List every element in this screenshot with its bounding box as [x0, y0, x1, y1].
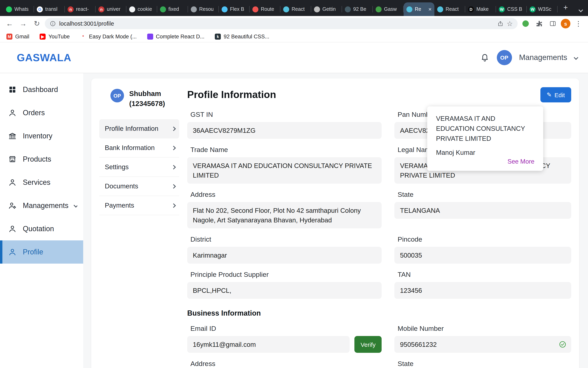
- bookmark-item[interactable]: k 92 Beautiful CSS...: [215, 34, 269, 40]
- back-button[interactable]: ←: [4, 18, 15, 29]
- browser-tab[interactable]: Re ×: [404, 2, 434, 16]
- browser-tab[interactable]: G transl ×: [34, 2, 65, 16]
- extensions-puzzle-icon[interactable]: [533, 18, 545, 29]
- browser-tab[interactable]: Whats ×: [3, 2, 34, 16]
- bookmark-star-icon[interactable]: ☆: [507, 19, 513, 28]
- address-bar[interactable]: localhost:3001/profile ☆: [45, 18, 518, 29]
- field-cell: Address kadimi nursing home, chandanagar…: [187, 360, 382, 368]
- tab-favicon-icon: [222, 6, 228, 12]
- site-info-icon[interactable]: [50, 20, 56, 27]
- web-page: GASWALA OP Managements Dashboard Orders: [0, 42, 588, 368]
- browser-tab[interactable]: fixed ×: [157, 2, 188, 16]
- browser-menu-icon[interactable]: ⋮: [573, 18, 584, 29]
- account-chevron-down-icon[interactable]: [574, 55, 579, 60]
- browser-tab[interactable]: W W3Sc ×: [527, 2, 558, 16]
- bookmark-favicon-icon: k: [215, 34, 221, 40]
- edit-button[interactable]: ✎ Edit: [540, 87, 571, 102]
- field-value: BPCL,HPCL,: [187, 282, 382, 299]
- profile-nav-item[interactable]: Payments: [99, 196, 179, 215]
- profile-nav-item[interactable]: Profile Information: [99, 119, 179, 138]
- tab-favicon-icon: W: [499, 6, 505, 12]
- profile-nav-label: Documents: [105, 182, 138, 190]
- brand-logo[interactable]: GASWALA: [17, 51, 71, 64]
- extension-icon[interactable]: [520, 18, 531, 29]
- field-value: 36AAECV8279M1ZG: [187, 122, 382, 139]
- bookmark-item[interactable]: * Easy Dark Mode (...: [80, 34, 137, 40]
- sidebar-item-managements[interactable]: Managements: [0, 194, 83, 217]
- browser-tab[interactable]: Gasw ×: [373, 2, 404, 16]
- profile-nav: OP Shubham(12345678) Profile Information: [99, 89, 179, 215]
- verified-check-icon: [559, 340, 566, 348]
- browser-tab[interactable]: Gettin ×: [311, 2, 342, 16]
- bookmark-item[interactable]: Complete React D...: [147, 34, 204, 40]
- popup-person-name: Manoj Kumar: [436, 149, 534, 156]
- field-value: TELANGANA: [395, 202, 571, 219]
- forward-button[interactable]: →: [18, 18, 29, 29]
- sidebar-label: Dashboard: [23, 85, 58, 94]
- sidebar-item-quotation[interactable]: Quotation: [0, 217, 83, 240]
- browser-tab[interactable]: React ×: [434, 2, 465, 16]
- tab-title: Re: [415, 6, 425, 12]
- sidebar-item-orders[interactable]: Orders: [0, 101, 83, 124]
- verify-button[interactable]: Verify: [355, 336, 382, 353]
- tab-strip-controls: +: [558, 0, 572, 16]
- new-tab-button[interactable]: +: [560, 2, 571, 13]
- browser-tab[interactable]: React ×: [280, 2, 311, 16]
- profile-nav-list: Profile Information Bank Information Set…: [99, 119, 179, 215]
- tab-title: Gasw: [384, 6, 401, 12]
- tab-favicon-icon: [314, 6, 320, 12]
- screen: Whats × G transl × n react- × n univer ×: [0, 0, 588, 368]
- storefront-icon: [8, 155, 17, 164]
- bookmark-favicon-icon: [147, 34, 153, 40]
- browser-tab[interactable]: Flex B ×: [219, 2, 250, 16]
- browser-tab[interactable]: n react- ×: [65, 2, 96, 16]
- sidebar-item-products[interactable]: Products: [0, 147, 83, 171]
- tab-search-chevron-icon[interactable]: [579, 6, 582, 13]
- browser-tab[interactable]: cookie ×: [126, 2, 157, 16]
- email-field: 16ymk11@gmail.com: [187, 336, 350, 353]
- dashboard-grid-icon: [8, 85, 17, 94]
- field-row: Address Flat No 202, Second Floor, Plot …: [187, 191, 571, 228]
- see-more-link[interactable]: See More: [436, 158, 534, 165]
- profile-nav-item[interactable]: Bank Information: [99, 138, 179, 158]
- sidebar-item-inventory[interactable]: Inventory: [0, 124, 83, 147]
- sidebar-item-services[interactable]: Services: [0, 171, 83, 194]
- tab-favicon-icon: [252, 6, 258, 12]
- tab-favicon-icon: [376, 6, 382, 12]
- bookmark-label: Gmail: [15, 34, 29, 40]
- notifications-bell-icon[interactable]: [480, 53, 489, 62]
- browser-tab[interactable]: n univer ×: [96, 2, 126, 16]
- browser-tab[interactable]: W CSS B ×: [496, 2, 527, 16]
- tab-title: univer: [107, 6, 124, 12]
- sidebar-item-profile[interactable]: Profile: [0, 240, 83, 264]
- browser-tab[interactable]: Route ×: [250, 2, 280, 16]
- browser-profile-avatar[interactable]: s: [561, 19, 570, 28]
- sidebar-label: Services: [23, 178, 50, 187]
- account-avatar[interactable]: OP: [496, 50, 512, 65]
- reload-button[interactable]: ↻: [31, 18, 42, 29]
- browser-tab[interactable]: 92 Be ×: [342, 2, 373, 16]
- browser-tab[interactable]: D Make ×: [465, 2, 496, 16]
- bookmark-item[interactable]: M Gmail: [6, 34, 29, 40]
- tab-close-icon[interactable]: ×: [428, 6, 432, 12]
- side-panel-icon[interactable]: [547, 18, 558, 29]
- chevron-right-icon: [171, 184, 176, 189]
- field-cell: GST IN 36AAECV8279M1ZG: [187, 111, 382, 139]
- sidebar-item-dashboard[interactable]: Dashboard: [0, 78, 83, 101]
- field-value: Karimnagar: [187, 247, 382, 264]
- profile-nav-item[interactable]: Documents: [99, 177, 179, 196]
- tab-favicon-icon: [406, 6, 412, 12]
- field-label: Principle Product Supplier: [187, 271, 382, 279]
- browser-tab[interactable]: Resou ×: [188, 2, 219, 16]
- mobile-value: 9505661232: [400, 341, 437, 348]
- address-url[interactable]: localhost:3001/profile: [59, 20, 494, 27]
- chevron-right-icon: [171, 165, 176, 169]
- share-icon[interactable]: [497, 20, 504, 27]
- field-value: VERAMASA IT AND EDUCATION CONSULTANCY PR…: [187, 157, 382, 184]
- profile-nav-item[interactable]: Settings: [99, 158, 179, 177]
- account-menu-label[interactable]: Managements: [519, 53, 567, 62]
- popup-company-name: VERAMASA IT AND EDUCATION CONSULTANCY PR…: [436, 114, 534, 144]
- edit-label: Edit: [554, 92, 565, 98]
- bookmark-item[interactable]: ▶ YouTube: [40, 34, 70, 40]
- tab-favicon-icon: [191, 6, 197, 12]
